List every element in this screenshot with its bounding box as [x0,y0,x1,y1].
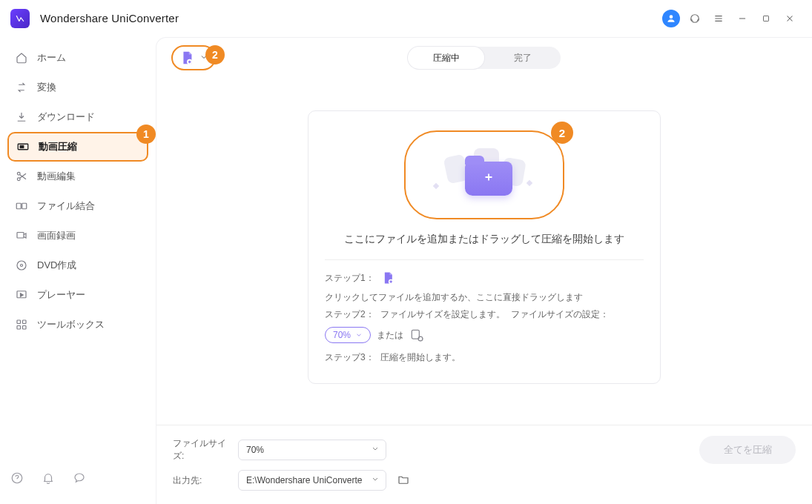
svg-rect-20 [412,330,419,339]
chevron-down-icon [371,475,380,486]
svg-rect-16 [23,326,27,330]
sidebar-item-download[interactable]: ダウンロード [7,102,148,132]
support-icon[interactable] [683,7,707,30]
grid-icon [15,318,28,331]
sidebar: ホーム 変換 ダウンロード 動画圧縮 1 動画編集 ファイル結合 [0,37,156,504]
account-avatar[interactable] [659,7,683,30]
chevron-down-icon [371,445,380,456]
compress-all-button[interactable]: 全てを圧縮 [699,436,796,464]
filesize-label: ファイルサイズ: [173,437,228,462]
svg-rect-15 [17,326,21,330]
bell-icon[interactable] [40,470,56,486]
drop-zone[interactable]: 2 [404,130,564,219]
main-panel: 2 圧縮中 完了 2 ここにファイルを追加またはドラッグして圧縮を開始します [156,37,812,504]
tab-compressing[interactable]: 圧縮中 [408,47,484,69]
sidebar-item-label: ダウンロード [37,110,95,124]
download-icon [15,110,28,124]
sidebar-item-toolbox[interactable]: ツールボックス [7,310,148,339]
sidebar-item-merge[interactable]: ファイル結合 [7,191,148,221]
app-logo [10,9,30,28]
help-icon[interactable] [9,470,25,486]
step2-label: ステップ2： [325,308,374,321]
merge-icon [15,199,28,213]
sidebar-item-record[interactable]: 画面録画 [7,221,148,251]
output-label: 出力先: [173,474,228,487]
step2-text-a: ファイルサイズを設定します。 [380,308,505,321]
svg-point-11 [21,265,23,267]
play-icon [15,288,28,302]
tutorial-badge-2a: 2 [205,45,225,64]
tutorial-badge-2b: 2 [551,122,573,144]
drop-card: 2 ここにファイルを追加またはドラッグして圧縮を開始します ステップ1： [308,110,661,384]
size-preset-select[interactable]: 70% [325,327,371,343]
sidebar-item-dvd[interactable]: DVD作成 [7,251,148,280]
window-close[interactable] [778,7,802,30]
toolbar: 2 圧縮中 完了 [156,38,812,78]
app-title: Wondershare UniConverter [40,12,179,24]
window-maximize[interactable] [754,7,778,30]
settings-icon[interactable] [409,328,424,342]
open-folder-icon[interactable] [397,473,412,488]
svg-point-5 [17,172,20,175]
sidebar-item-label: ホーム [37,51,66,64]
sidebar-item-compress[interactable]: 動画圧縮 1 [7,132,148,162]
output-path-select[interactable]: E:\Wondershare UniConverte [238,470,386,491]
divider [325,259,644,260]
add-file-icon [380,271,395,285]
drop-illustration [432,145,536,205]
step2-or: または [377,329,403,342]
step1-text: クリックしてファイルを追加するか、ここに直接ドラッグします [325,291,583,304]
window-minimize[interactable] [730,7,754,30]
home-icon [15,51,28,64]
svg-rect-9 [17,233,24,239]
sidebar-item-label: ファイル結合 [37,199,95,213]
tab-done[interactable]: 完了 [484,47,561,69]
feedback-icon[interactable] [71,470,88,486]
step1-label: ステップ1： [325,272,374,285]
sidebar-item-label: 動画編集 [37,170,76,183]
add-file-icon [179,50,195,66]
menu-icon[interactable] [707,7,730,30]
record-icon [15,229,28,242]
step3-label: ステップ3： [325,351,374,364]
sidebar-item-home[interactable]: ホーム [7,43,148,73]
sidebar-item-label: ツールボックス [37,318,105,331]
sidebar-item-convert[interactable]: 変換 [7,73,148,102]
svg-rect-8 [22,203,27,209]
add-file-button[interactable]: 2 [171,45,216,70]
step3-text: 圧縮を開始します。 [380,351,461,364]
sidebar-item-label: プレーヤー [37,288,85,302]
sidebar-item-label: 動画圧縮 [39,140,77,153]
tutorial-badge-1: 1 [136,125,156,144]
status-tabs: 圧縮中 完了 [408,47,561,69]
svg-rect-4 [20,146,24,148]
sidebar-item-player[interactable]: プレーヤー [7,280,148,310]
sidebar-item-edit[interactable]: 動画編集 [7,162,148,191]
sidebar-item-label: 画面録画 [37,229,76,242]
svg-rect-13 [17,320,21,324]
sidebar-item-label: DVD作成 [37,259,76,272]
sidebar-item-label: 変換 [37,81,56,94]
svg-point-1 [691,14,699,22]
footer: ファイルサイズ: 70% 全てを圧縮 出力先: E:\Wondershare U… [156,425,812,504]
scissors-icon [15,170,28,183]
disc-icon [15,259,28,272]
convert-icon [15,81,28,94]
svg-point-6 [17,178,20,181]
svg-rect-2 [764,16,769,21]
svg-rect-14 [23,320,27,324]
svg-rect-7 [16,203,21,209]
filesize-select[interactable]: 70% [238,440,386,460]
step2-text-b: ファイルサイズの設定： [511,308,609,321]
svg-point-10 [17,261,26,270]
compress-icon [16,140,30,153]
svg-point-0 [670,15,673,19]
drop-caption: ここにファイルを追加またはドラッグして圧縮を開始します [325,233,644,246]
titlebar: Wondershare UniConverter [0,0,812,37]
